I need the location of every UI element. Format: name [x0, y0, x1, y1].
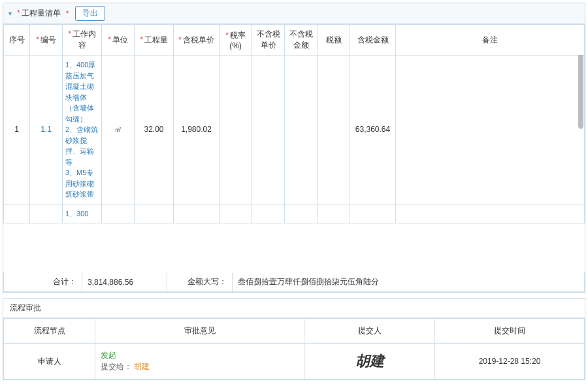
boq-table-scroll[interactable]: 序号 *编号 *工作内容 *单位 *工程量 *含税单价 *税率(%) 不含税单价…	[3, 24, 585, 272]
col-num: *编号	[30, 25, 63, 56]
boq-panel: ▾ *工程量清单 * 导出 序号 *编号 *工作内容 *单位 *工程量 *含税单…	[3, 3, 585, 293]
cell-seq: 1	[4, 56, 30, 204]
col-price: *含税单价	[174, 25, 220, 56]
cell-num[interactable]: 1.1	[30, 56, 63, 204]
col-content: *工作内容	[63, 25, 102, 56]
cell-notax-price	[252, 56, 285, 204]
words-value: 叁佰捌拾壹万肆仟捌佰捌拾柒元伍角陆分	[233, 272, 584, 291]
cell-content-next[interactable]: 1、300	[63, 204, 102, 223]
cell-remark	[396, 56, 585, 204]
opinion-submit-to: 提交给： 胡建	[101, 361, 299, 372]
col-node: 流程节点	[4, 319, 95, 344]
summary-row: 合计： 3,814,886.56 金额大写： 叁佰捌拾壹万肆仟捌佰捌拾柒元伍角陆…	[3, 272, 585, 292]
col-opinion: 审批意见	[95, 319, 304, 344]
total-value: 3,814,886.56	[82, 272, 167, 291]
total-label: 合计：	[4, 272, 82, 291]
opinion-action: 发起	[101, 350, 299, 361]
cell-tax	[318, 56, 350, 204]
signature: 胡建	[355, 353, 384, 369]
col-remark: 备注	[396, 25, 585, 56]
cell-unit: ㎡	[102, 56, 135, 204]
approval-table: 流程节点 审批意见 提交人 提交时间 申请人 发起 提交给： 胡建 胡建	[3, 318, 585, 380]
cell-opinion: 发起 提交给： 胡建	[95, 344, 304, 380]
cell-notax-amt	[285, 56, 318, 204]
cell-qty: 32.00	[135, 56, 174, 204]
col-amt: 含税金额	[350, 25, 396, 56]
table-row[interactable]: 1、300	[4, 204, 585, 223]
approval-title: 流程审批	[3, 299, 585, 318]
cell-price: 1,980.02	[174, 56, 220, 204]
req-star-extra: *	[66, 9, 69, 18]
approval-header-row: 流程节点 审批意见 提交人 提交时间	[4, 319, 585, 344]
col-notax-price: 不含税单价	[252, 25, 285, 56]
boq-title: *工程量清单	[17, 8, 61, 19]
boq-header: ▾ *工程量清单 * 导出	[3, 3, 585, 24]
col-time: 提交时间	[435, 319, 585, 344]
cell-content[interactable]: 1、400厚蒸压加气混凝土砌块墙体（含墙体勾缝） 2、含砌筑砂浆搅拌、运输等 3…	[63, 56, 102, 204]
cell-submitter: 胡建	[304, 344, 435, 380]
col-tax: 税额	[318, 25, 350, 56]
col-qty: *工程量	[135, 25, 174, 56]
col-submitter: 提交人	[304, 319, 435, 344]
col-seq: 序号	[4, 25, 30, 56]
cell-node: 申请人	[4, 344, 95, 380]
scrollbar-thumb[interactable]	[578, 50, 583, 129]
export-button[interactable]: 导出	[75, 6, 105, 21]
col-rate: *税率(%)	[220, 25, 252, 56]
cell-rate	[220, 56, 252, 204]
approval-row: 申请人 发起 提交给： 胡建 胡建 2019-12-28 15:20	[4, 344, 585, 380]
words-label: 金额大写：	[167, 272, 233, 291]
boq-table-wrap: 序号 *编号 *工作内容 *单位 *工程量 *含税单价 *税率(%) 不含税单价…	[3, 24, 585, 272]
cell-amt: 63,360.64	[350, 56, 396, 204]
col-notax-amt: 不含税金额	[285, 25, 318, 56]
col-unit: *单位	[102, 25, 135, 56]
table-row[interactable]: 1 1.1 1、400厚蒸压加气混凝土砌块墙体（含墙体勾缝） 2、含砌筑砂浆搅拌…	[4, 56, 585, 204]
boq-header-row: 序号 *编号 *工作内容 *单位 *工程量 *含税单价 *税率(%) 不含税单价…	[4, 25, 585, 56]
boq-table: 序号 *编号 *工作内容 *单位 *工程量 *含税单价 *税率(%) 不含税单价…	[3, 24, 585, 223]
approval-panel: 流程审批 流程节点 审批意见 提交人 提交时间 申请人 发起 提交给： 胡建	[3, 298, 585, 380]
cell-time: 2019-12-28 15:20	[435, 344, 585, 380]
collapse-icon[interactable]: ▾	[8, 10, 12, 17]
